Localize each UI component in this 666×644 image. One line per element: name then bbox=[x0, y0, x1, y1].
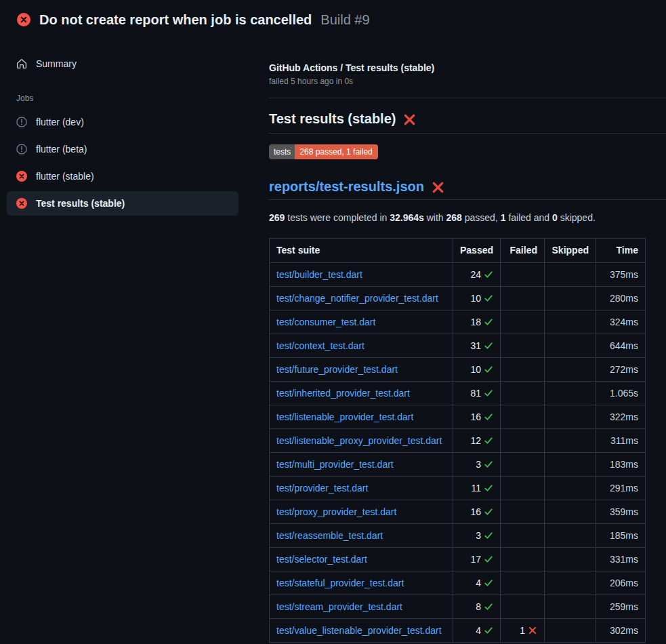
skipped-cell bbox=[545, 477, 596, 500]
section-heading: Test results (stable) bbox=[269, 109, 666, 134]
test-suite-link[interactable]: test/future_provider_test.dart bbox=[276, 364, 398, 375]
passed-cell: 10 bbox=[453, 287, 501, 310]
count-value: 10 bbox=[470, 292, 481, 304]
skipped-cell bbox=[545, 453, 596, 477]
check-icon bbox=[484, 365, 493, 374]
test-suite-link[interactable]: test/stateful_provider_test.dart bbox=[276, 578, 404, 588]
failed-cell bbox=[501, 263, 545, 287]
test-suite-link[interactable]: test/inherited_provider_test.dart bbox=[276, 388, 410, 399]
summary-part: with bbox=[424, 212, 446, 223]
test-suite-link[interactable]: test/change_notifier_provider_test.dart bbox=[276, 293, 438, 304]
sidebar-job-item-test-results-stable-[interactable]: Test results (stable) bbox=[7, 191, 238, 216]
check-icon bbox=[484, 341, 493, 350]
passed-cell: 10 bbox=[453, 358, 501, 382]
table-row: test/proxy_provider_test.dart 16 359ms bbox=[270, 500, 646, 524]
test-suite-link[interactable]: test/listenable_proxy_provider_test.dart bbox=[276, 435, 442, 446]
failed-cell bbox=[501, 477, 545, 500]
table-row: test/stream_provider_test.dart 8 259ms bbox=[270, 595, 646, 619]
skipped-cell bbox=[545, 595, 596, 619]
sidebar-item-summary[interactable]: Summary bbox=[7, 53, 238, 75]
failed-x-icon bbox=[432, 181, 444, 194]
table-row: test/multi_provider_test.dart 3 183ms bbox=[270, 453, 646, 477]
summary-part: tests were completed in bbox=[285, 212, 390, 223]
sidebar: Summary Jobs flutter (dev) flutter (beta… bbox=[0, 38, 245, 218]
time-cell: 331ms bbox=[596, 548, 646, 571]
test-suite-link[interactable]: test/consumer_test.dart bbox=[276, 317, 375, 327]
check-icon bbox=[484, 317, 493, 327]
badge-value: 268 passed, 1 failed bbox=[295, 144, 377, 159]
failed-cell bbox=[501, 358, 545, 382]
count-value: 8 bbox=[476, 601, 481, 613]
job-label: flutter (beta) bbox=[36, 144, 87, 155]
cancelled-icon bbox=[16, 117, 27, 127]
count-value: 16 bbox=[470, 411, 481, 423]
test-suite-link[interactable]: test/value_listenable_provider_test.dart bbox=[276, 625, 442, 636]
check-icon bbox=[484, 412, 493, 422]
failed-cell bbox=[501, 429, 545, 453]
cancelled-icon bbox=[16, 144, 27, 155]
time-cell: 1.065s bbox=[596, 382, 646, 405]
time-cell: 272ms bbox=[596, 358, 646, 382]
test-suite-link[interactable]: test/builder_test.dart bbox=[276, 269, 362, 280]
count-value: 10 bbox=[470, 363, 481, 376]
count-value: 11 bbox=[471, 482, 481, 494]
time-cell: 359ms bbox=[596, 500, 646, 524]
report-file-link[interactable]: reports/test-results.json bbox=[269, 177, 424, 196]
test-suite-link[interactable]: test/reassemble_test.dart bbox=[276, 530, 383, 541]
summary-part: 1 bbox=[501, 212, 506, 223]
jobs-section-label: Jobs bbox=[16, 94, 238, 103]
test-suite-link[interactable]: test/selector_test.dart bbox=[276, 554, 367, 565]
test-suite-link[interactable]: test/provider_test.dart bbox=[276, 483, 368, 494]
summary-part: passed, bbox=[462, 212, 501, 223]
jobs-list: flutter (dev) flutter (beta) flutter (st… bbox=[7, 110, 238, 216]
table-row: test/reassemble_test.dart 3 185ms bbox=[270, 524, 646, 548]
failed-cell bbox=[501, 571, 545, 595]
column-header-time: Time bbox=[596, 239, 646, 263]
sidebar-job-item-flutter-beta-[interactable]: flutter (beta) bbox=[7, 137, 238, 161]
test-suite-link[interactable]: test/multi_provider_test.dart bbox=[276, 459, 394, 470]
passed-cell: 81 bbox=[453, 382, 501, 405]
breadcrumb: GitHub Actions / Test results (stable) bbox=[269, 62, 666, 73]
time-cell: 206ms bbox=[596, 571, 646, 595]
summary-text: 269 tests were completed in 32.964s with… bbox=[269, 211, 666, 224]
time-cell: 644ms bbox=[596, 334, 646, 358]
count-value: 31 bbox=[470, 340, 481, 352]
failed-x-icon bbox=[403, 113, 416, 126]
summary-part: 32.964s bbox=[390, 212, 424, 223]
test-suite-link[interactable]: test/stream_provider_test.dart bbox=[276, 601, 402, 612]
sidebar-job-item-flutter-dev-[interactable]: flutter (dev) bbox=[7, 110, 238, 134]
table-row: test/listenable_proxy_provider_test.dart… bbox=[270, 429, 646, 453]
test-suite-link[interactable]: test/listenable_provider_test.dart bbox=[276, 411, 413, 422]
time-cell: 322ms bbox=[596, 405, 646, 429]
count-value: 3 bbox=[476, 458, 481, 470]
count-value: 1 bbox=[520, 624, 525, 637]
time-cell: 324ms bbox=[596, 310, 646, 334]
status-line: failed 5 hours ago in 0s bbox=[269, 77, 666, 86]
sidebar-job-item-flutter-stable-[interactable]: flutter (stable) bbox=[7, 164, 238, 188]
check-run-header: Do not create report when job is cancell… bbox=[0, 0, 666, 38]
test-results-table: Test suite Passed Failed Skipped Time te… bbox=[269, 238, 646, 643]
job-label: flutter (dev) bbox=[36, 117, 84, 127]
count-value: 16 bbox=[470, 506, 481, 518]
passed-cell: 3 bbox=[453, 524, 501, 548]
table-header-row: Test suite Passed Failed Skipped Time bbox=[270, 239, 646, 263]
failed-cell: 1 bbox=[501, 619, 545, 643]
check-icon bbox=[484, 602, 493, 611]
count-value: 4 bbox=[476, 624, 481, 637]
skipped-cell bbox=[545, 382, 596, 405]
failed-cell bbox=[501, 595, 545, 619]
skipped-cell bbox=[545, 500, 596, 524]
section-title: Test results (stable) bbox=[269, 109, 396, 128]
table-row: test/value_listenable_provider_test.dart… bbox=[270, 619, 646, 643]
skipped-cell bbox=[545, 263, 596, 287]
skipped-cell bbox=[545, 571, 596, 595]
table-row: test/provider_test.dart 11 291ms bbox=[270, 477, 646, 500]
test-suite-link[interactable]: test/context_test.dart bbox=[276, 340, 365, 351]
summary-part: 269 bbox=[269, 212, 285, 223]
passed-cell: 11 bbox=[453, 477, 501, 500]
skipped-cell bbox=[545, 358, 596, 382]
count-value: 3 bbox=[476, 529, 481, 542]
test-suite-link[interactable]: test/proxy_provider_test.dart bbox=[276, 506, 396, 517]
failed-cell bbox=[501, 500, 545, 524]
column-header-test-suite: Test suite bbox=[270, 239, 453, 263]
